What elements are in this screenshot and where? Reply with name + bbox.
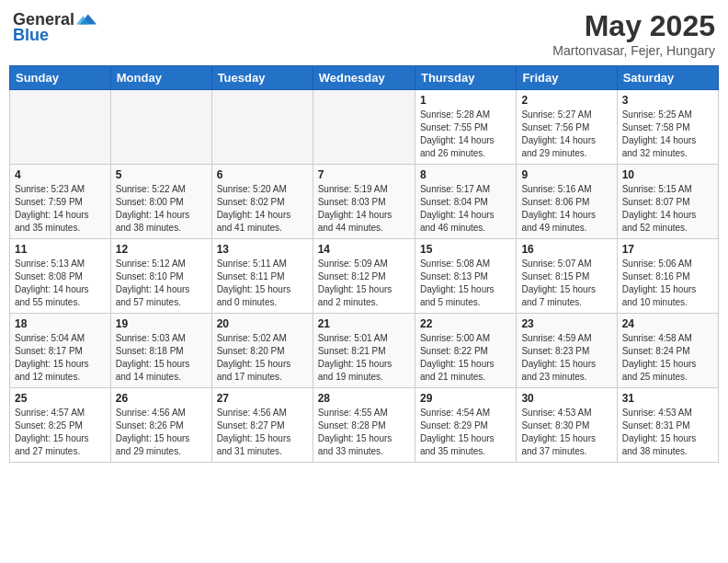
day-number: 25	[15, 392, 106, 405]
page-header: General Blue May 2025 Martonvasar, Fejer…	[9, 9, 719, 58]
day-number: 1	[420, 94, 511, 107]
day-number: 19	[116, 317, 207, 330]
day-info: Sunrise: 5:20 AMSunset: 8:02 PMDaylight:…	[217, 183, 308, 235]
day-info: Sunrise: 4:53 AMSunset: 8:31 PMDaylight:…	[622, 407, 713, 458]
calendar-cell: 18Sunrise: 5:04 AMSunset: 8:17 PMDayligh…	[10, 314, 111, 388]
day-info: Sunrise: 4:58 AMSunset: 8:24 PMDaylight:…	[622, 332, 713, 384]
calendar-cell	[211, 90, 313, 165]
calendar-cell: 20Sunrise: 5:02 AMSunset: 8:20 PMDayligh…	[211, 314, 313, 388]
day-number: 6	[217, 168, 308, 181]
day-info: Sunrise: 5:13 AMSunset: 8:08 PMDaylight:…	[15, 258, 106, 309]
col-header-monday: Monday	[110, 66, 211, 90]
calendar-cell: 8Sunrise: 5:17 AMSunset: 8:04 PMDaylight…	[415, 165, 516, 239]
col-header-sunday: Sunday	[10, 66, 111, 90]
day-number: 7	[318, 168, 410, 181]
col-header-tuesday: Tuesday	[211, 66, 313, 90]
calendar-cell	[110, 90, 211, 165]
calendar-cell: 27Sunrise: 4:56 AMSunset: 8:27 PMDayligh…	[211, 388, 313, 463]
day-info: Sunrise: 5:12 AMSunset: 8:10 PMDaylight:…	[116, 258, 207, 309]
day-info: Sunrise: 4:57 AMSunset: 8:25 PMDaylight:…	[15, 407, 106, 458]
calendar-cell: 15Sunrise: 5:08 AMSunset: 8:13 PMDayligh…	[415, 239, 516, 314]
day-number: 2	[521, 94, 611, 107]
day-number: 16	[521, 243, 611, 256]
day-info: Sunrise: 5:23 AMSunset: 7:59 PMDaylight:…	[15, 183, 106, 235]
day-info: Sunrise: 5:04 AMSunset: 8:17 PMDaylight:…	[15, 332, 106, 384]
calendar-cell: 13Sunrise: 5:11 AMSunset: 8:11 PMDayligh…	[211, 239, 313, 314]
calendar-cell: 16Sunrise: 5:07 AMSunset: 8:15 PMDayligh…	[517, 239, 617, 314]
col-header-wednesday: Wednesday	[313, 66, 415, 90]
day-number: 18	[15, 317, 106, 330]
calendar-cell: 12Sunrise: 5:12 AMSunset: 8:10 PMDayligh…	[110, 239, 211, 314]
calendar-cell: 17Sunrise: 5:06 AMSunset: 8:16 PMDayligh…	[617, 239, 718, 314]
calendar-cell: 10Sunrise: 5:15 AMSunset: 8:07 PMDayligh…	[617, 165, 718, 239]
day-info: Sunrise: 4:59 AMSunset: 8:23 PMDaylight:…	[521, 332, 611, 384]
day-info: Sunrise: 4:54 AMSunset: 8:29 PMDaylight:…	[420, 407, 511, 458]
day-number: 26	[116, 392, 207, 405]
month-title: May 2025	[552, 9, 715, 43]
day-info: Sunrise: 4:56 AMSunset: 8:27 PMDaylight:…	[217, 407, 308, 458]
calendar-cell: 1Sunrise: 5:28 AMSunset: 7:55 PMDaylight…	[415, 90, 516, 165]
calendar-cell: 25Sunrise: 4:57 AMSunset: 8:25 PMDayligh…	[10, 388, 111, 463]
calendar-cell: 11Sunrise: 5:13 AMSunset: 8:08 PMDayligh…	[10, 239, 111, 314]
calendar-cell: 14Sunrise: 5:09 AMSunset: 8:12 PMDayligh…	[313, 239, 415, 314]
calendar-cell: 24Sunrise: 4:58 AMSunset: 8:24 PMDayligh…	[617, 314, 718, 388]
day-number: 28	[318, 392, 410, 405]
day-number: 14	[318, 243, 410, 256]
logo: General Blue	[13, 9, 97, 45]
day-number: 11	[15, 243, 106, 256]
calendar-cell: 26Sunrise: 4:56 AMSunset: 8:26 PMDayligh…	[110, 388, 211, 463]
day-number: 30	[521, 392, 611, 405]
day-info: Sunrise: 5:08 AMSunset: 8:13 PMDaylight:…	[420, 258, 511, 309]
calendar-cell: 3Sunrise: 5:25 AMSunset: 7:58 PMDaylight…	[617, 90, 718, 165]
col-header-friday: Friday	[517, 66, 617, 90]
calendar-cell: 31Sunrise: 4:53 AMSunset: 8:31 PMDayligh…	[617, 388, 718, 463]
calendar-cell	[10, 90, 111, 165]
calendar-cell: 23Sunrise: 4:59 AMSunset: 8:23 PMDayligh…	[517, 314, 617, 388]
day-number: 31	[622, 392, 713, 405]
day-info: Sunrise: 5:27 AMSunset: 7:56 PMDaylight:…	[521, 109, 611, 160]
calendar-cell: 4Sunrise: 5:23 AMSunset: 7:59 PMDaylight…	[10, 165, 111, 239]
day-number: 10	[622, 168, 713, 181]
day-number: 9	[521, 168, 611, 181]
location: Martonvasar, Fejer, Hungary	[552, 43, 715, 58]
calendar-cell: 6Sunrise: 5:20 AMSunset: 8:02 PMDaylight…	[211, 165, 313, 239]
calendar-cell: 9Sunrise: 5:16 AMSunset: 8:06 PMDaylight…	[517, 165, 617, 239]
day-number: 3	[622, 94, 713, 107]
calendar-cell: 2Sunrise: 5:27 AMSunset: 7:56 PMDaylight…	[517, 90, 617, 165]
day-info: Sunrise: 5:17 AMSunset: 8:04 PMDaylight:…	[420, 183, 511, 235]
day-number: 4	[15, 168, 106, 181]
logo-blue: Blue	[13, 26, 49, 45]
calendar-cell	[313, 90, 415, 165]
day-number: 27	[217, 392, 308, 405]
calendar-table: SundayMondayTuesdayWednesdayThursdayFrid…	[9, 65, 719, 463]
calendar-cell: 29Sunrise: 4:54 AMSunset: 8:29 PMDayligh…	[415, 388, 516, 463]
day-info: Sunrise: 5:16 AMSunset: 8:06 PMDaylight:…	[521, 183, 611, 235]
logo-icon	[76, 9, 97, 29]
day-number: 5	[116, 168, 207, 181]
day-info: Sunrise: 5:11 AMSunset: 8:11 PMDaylight:…	[217, 258, 308, 309]
calendar-cell: 7Sunrise: 5:19 AMSunset: 8:03 PMDaylight…	[313, 165, 415, 239]
day-info: Sunrise: 5:28 AMSunset: 7:55 PMDaylight:…	[420, 109, 511, 160]
day-info: Sunrise: 5:22 AMSunset: 8:00 PMDaylight:…	[116, 183, 207, 235]
calendar-cell: 30Sunrise: 4:53 AMSunset: 8:30 PMDayligh…	[517, 388, 617, 463]
day-info: Sunrise: 5:01 AMSunset: 8:21 PMDaylight:…	[318, 332, 410, 384]
day-info: Sunrise: 5:00 AMSunset: 8:22 PMDaylight:…	[420, 332, 511, 384]
day-info: Sunrise: 5:19 AMSunset: 8:03 PMDaylight:…	[318, 183, 410, 235]
col-header-thursday: Thursday	[415, 66, 516, 90]
day-info: Sunrise: 5:07 AMSunset: 8:15 PMDaylight:…	[521, 258, 611, 309]
day-number: 29	[420, 392, 511, 405]
day-info: Sunrise: 4:53 AMSunset: 8:30 PMDaylight:…	[521, 407, 611, 458]
calendar-cell: 28Sunrise: 4:55 AMSunset: 8:28 PMDayligh…	[313, 388, 415, 463]
calendar-cell: 19Sunrise: 5:03 AMSunset: 8:18 PMDayligh…	[110, 314, 211, 388]
calendar-cell: 22Sunrise: 5:00 AMSunset: 8:22 PMDayligh…	[415, 314, 516, 388]
day-number: 24	[622, 317, 713, 330]
day-number: 13	[217, 243, 308, 256]
day-number: 23	[521, 317, 611, 330]
day-info: Sunrise: 5:15 AMSunset: 8:07 PMDaylight:…	[622, 183, 713, 235]
day-number: 22	[420, 317, 511, 330]
day-number: 15	[420, 243, 511, 256]
day-info: Sunrise: 5:03 AMSunset: 8:18 PMDaylight:…	[116, 332, 207, 384]
day-info: Sunrise: 4:55 AMSunset: 8:28 PMDaylight:…	[318, 407, 410, 458]
day-number: 20	[217, 317, 308, 330]
day-info: Sunrise: 5:06 AMSunset: 8:16 PMDaylight:…	[622, 258, 713, 309]
